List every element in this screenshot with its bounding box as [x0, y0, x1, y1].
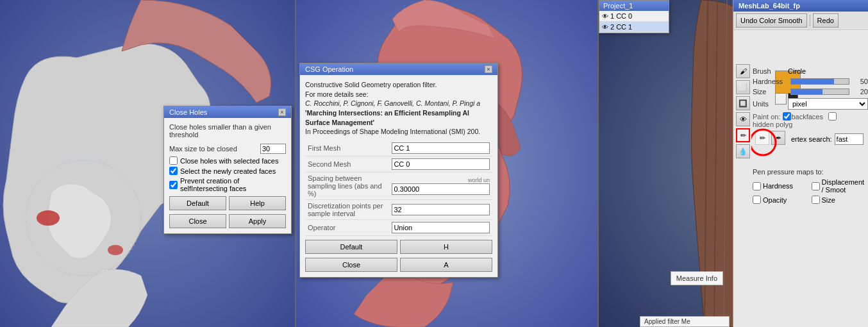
applied-filter-label: Applied filter Me — [644, 318, 690, 325]
pen-opacity-checkbox[interactable] — [753, 196, 761, 204]
meshlab-toolbar: Undo Color Smooth Redo — [733, 12, 868, 30]
close-holes-subtitle: Close holes smaller than a given thresho… — [169, 123, 286, 138]
csg-x-button[interactable]: × — [485, 65, 492, 73]
max-size-label: Max size to be closed — [169, 145, 260, 153]
first-mesh-row: First Mesh — [305, 140, 492, 156]
csg-desc-line5: Surface Management' — [305, 119, 374, 126]
toolbar-separator — [810, 15, 810, 26]
checkbox-prevent[interactable] — [169, 181, 178, 189]
apply-button[interactable]: Apply — [229, 214, 286, 228]
project-panel: Project_1 👁 1 CC 0 👁 2 CC 1 — [599, 0, 669, 33]
project-item-2-label: 2 CC 1 — [610, 23, 632, 31]
second-mesh-row: Second Mesh — [305, 156, 492, 172]
csg-dialog: CSG Operation × Constructive Solid Geome… — [299, 63, 498, 278]
csg-desc-line3: C. Rocchini, P. Cignoni, F. Ganovelli, C… — [305, 99, 480, 107]
checkbox-prevent-label: Prevent creation of selfIntersecting fac… — [180, 177, 286, 192]
pen-size-label: Size — [822, 196, 835, 204]
measure-info: Measure Info — [671, 271, 723, 285]
operator-row: Operator — [305, 220, 492, 236]
viewport-right[interactable]: Project_1 👁 1 CC 0 👁 2 CC 1 MeshLab_64bi… — [599, 0, 868, 327]
csg-close-button[interactable]: Close — [305, 258, 397, 272]
pen-pressure-grid: Hardness Displacement / Smoot Opacity Si… — [753, 178, 868, 204]
redo-button[interactable]: Redo — [813, 13, 839, 28]
spacing-input[interactable] — [392, 183, 490, 195]
units-row: Units pixel — [753, 98, 868, 110]
paint-on-label: Paint on: — [753, 113, 780, 121]
paint-on-row: Paint on: backfaces hidden polyg — [753, 112, 868, 128]
vertex-search-label: ertex search: — [791, 135, 832, 143]
size-slider[interactable] — [790, 88, 849, 95]
close-button[interactable]: Close — [169, 214, 226, 228]
csg-a-button[interactable]: A — [400, 258, 492, 272]
applied-filter: Applied filter Me — [640, 316, 730, 327]
default-button[interactable]: Default — [169, 196, 226, 210]
svg-point-26 — [751, 130, 776, 155]
svg-point-2 — [108, 245, 123, 255]
backfaces-label: backfaces — [791, 113, 823, 121]
backfaces-checkbox[interactable] — [783, 112, 791, 121]
meshlab-title: MeshLab_64bit_fp — [733, 0, 868, 12]
tool-icon-4[interactable]: 👁 — [736, 112, 750, 126]
close-holes-title: Close Holes — [169, 108, 207, 116]
csg-h-button[interactable]: H — [400, 240, 492, 254]
csg-default-button[interactable]: Default — [305, 240, 397, 254]
pen-opacity-label: Opacity — [763, 196, 787, 204]
help-button[interactable]: Help — [229, 196, 286, 210]
first-mesh-input[interactable] — [392, 142, 490, 154]
project-item-1[interactable]: 👁 1 CC 0 — [599, 11, 669, 22]
pen-hardness-row: Hardness — [753, 178, 810, 194]
close-holes-dialog: Close Holes × Close holes smaller than a… — [163, 106, 292, 234]
tool-icon-1[interactable]: 🖌 — [736, 64, 750, 78]
hidden-polyg-checkbox[interactable] — [828, 112, 837, 121]
viewport-middle[interactable]: CSG Operation × Constructive Solid Geome… — [296, 0, 597, 327]
viewport-left[interactable]: Close Holes × Close holes smaller than a… — [0, 0, 295, 327]
hidden-polyg-label: hidden polyg — [753, 121, 792, 128]
tool-icon-2[interactable]: ⬜ — [736, 80, 750, 94]
csg-title-bar: CSG Operation × — [300, 63, 497, 75]
brush-value: Circle — [788, 67, 806, 75]
operator-input[interactable] — [392, 222, 490, 233]
pen-size-row: Size — [812, 196, 869, 204]
size-row: Size 20 — [753, 88, 868, 96]
pen-displacement-label: Displacement / Smoot — [822, 178, 869, 194]
hardness-row: Hardness 50 — [753, 78, 868, 85]
pen-displacement-checkbox[interactable] — [812, 182, 820, 190]
tool-icon-pen[interactable]: ✏ — [736, 128, 750, 142]
csg-desc-line6: In Proceedings of Shape Modeling Interna… — [305, 128, 480, 135]
checkbox-close-selected[interactable] — [169, 156, 178, 165]
meshlab-icon-column: 🖌 ⬜ 🔲 👁 ✏ 💧 — [736, 64, 750, 158]
pen-opacity-row: Opacity — [753, 196, 810, 204]
pen-hardness-checkbox[interactable] — [753, 182, 761, 190]
checkbox-select-new[interactable] — [169, 167, 178, 175]
properties-area: Brush Circle Hardness 50 Size 20 Units p… — [753, 67, 868, 204]
csg-desc-line1: Constructive Solid Geometry operation fi… — [305, 81, 437, 88]
discretization-input[interactable] — [392, 204, 490, 215]
pen-pressure-section: Pen pressure maps to: Hardness Displacem… — [753, 168, 868, 204]
discretization-row: Discretization points per sample interva… — [305, 200, 492, 220]
checkbox-close-selected-label: Close holes with selected faces — [180, 157, 278, 165]
checkbox-select-new-label: Select the newly created faces — [180, 167, 276, 175]
max-size-input[interactable] — [260, 144, 286, 154]
second-mesh-input[interactable] — [392, 158, 490, 170]
vertex-search-input[interactable] — [835, 133, 864, 145]
csg-title: CSG Operation — [305, 65, 353, 73]
units-select[interactable]: pixel — [788, 98, 868, 110]
second-mesh-label: Second Mesh — [305, 156, 389, 172]
csg-desc-line2: For more details see: — [305, 90, 369, 98]
pen-hardness-label: Hardness — [763, 182, 793, 190]
project-item-2[interactable]: 👁 2 CC 1 — [599, 22, 669, 33]
csg-description: Constructive Solid Geometry operation fi… — [305, 80, 492, 137]
first-mesh-label: First Mesh — [305, 140, 389, 156]
hardness-slider[interactable] — [790, 78, 849, 85]
eye-icon-1: 👁 — [602, 13, 608, 20]
undo-color-smooth-button[interactable]: Undo Color Smooth — [736, 13, 807, 28]
tool-icon-3[interactable]: 🔲 — [736, 96, 750, 110]
brush-row: Brush Circle — [753, 67, 868, 75]
tool-icon-6[interactable]: 💧 — [736, 144, 750, 158]
size-value: 20 — [852, 88, 868, 96]
close-holes-x-button[interactable]: × — [278, 108, 286, 116]
eye-icon-2: 👁 — [602, 24, 608, 31]
pen-pressure-title: Pen pressure maps to: — [753, 168, 868, 176]
pen-size-checkbox[interactable] — [812, 196, 820, 204]
units-label: Units — [753, 100, 788, 108]
